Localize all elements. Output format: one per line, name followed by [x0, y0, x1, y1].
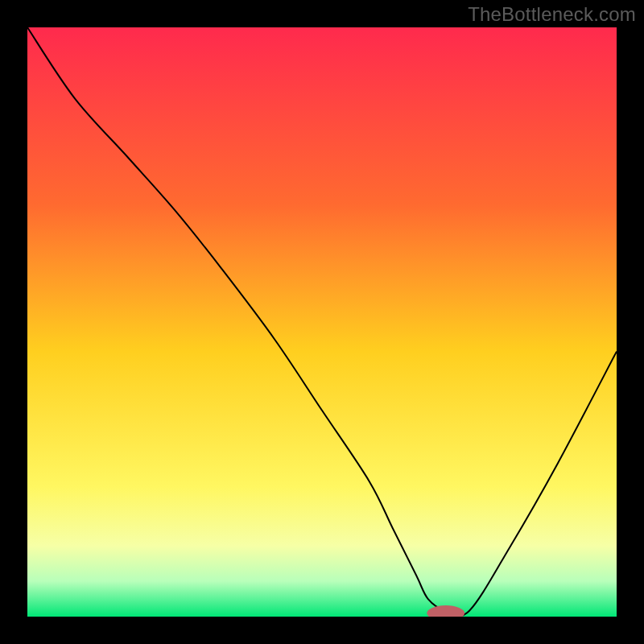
bottleneck-chart [27, 27, 617, 617]
plot-area [27, 27, 617, 617]
gradient-background [27, 27, 617, 617]
watermark-text: TheBottleneck.com [468, 3, 636, 26]
chart-frame: TheBottleneck.com [0, 0, 644, 644]
